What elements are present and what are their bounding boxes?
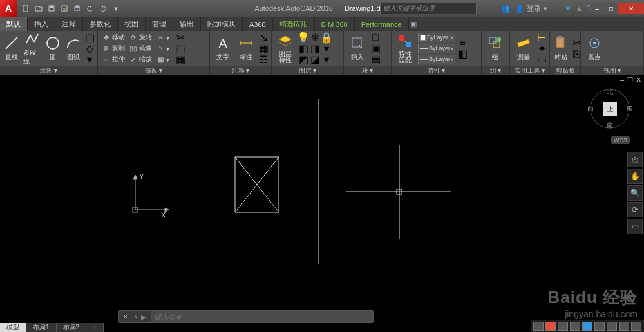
infocenter-icon[interactable]: 👥	[501, 5, 510, 13]
sign-in-button[interactable]: 👤 登录 ▾	[515, 4, 547, 14]
doc-minimize-button[interactable]: –	[620, 76, 624, 84]
exchange-icon[interactable]: ✕	[565, 4, 571, 13]
ribbon-tab-11[interactable]: Performance	[355, 17, 409, 31]
autodesk-360-icon[interactable]: ▲	[575, 4, 583, 13]
nav-wheel-icon[interactable]: ◎	[627, 152, 643, 167]
doc-close-button[interactable]: ✕	[636, 76, 641, 84]
table-icon[interactable]: ▦	[258, 43, 269, 53]
ribbon-tab-1[interactable]: 插入	[28, 17, 55, 31]
match-properties-button[interactable]: 特性 匹配	[394, 32, 416, 64]
draw-extra-icon[interactable]: ▾	[84, 54, 95, 64]
nav-orbit-icon[interactable]: ⟳	[627, 202, 643, 217]
wcs-badge[interactable]: WCS	[611, 136, 630, 144]
basepoint-button[interactable]: 基点	[583, 32, 605, 64]
util-dim-icon[interactable]: ⊢	[536, 32, 547, 42]
panel-modify-title[interactable]: 修改 ▾	[98, 66, 209, 75]
panel-layers-title[interactable]: 图层 ▾	[272, 66, 343, 75]
layer-misc-icon[interactable]: ◪	[310, 54, 320, 64]
util-select-icon[interactable]: ▭	[536, 54, 547, 64]
qat-print-icon[interactable]	[72, 3, 82, 14]
block-edit-icon[interactable]: ▣	[370, 43, 381, 53]
ribbon-tab-8[interactable]: A360	[243, 17, 273, 31]
copy-clip-icon[interactable]: ⎘	[571, 49, 582, 59]
props-list-icon[interactable]: ≡	[457, 38, 468, 48]
mtext-icon[interactable]: ☶	[258, 54, 269, 64]
block-create-icon[interactable]: □	[370, 32, 381, 42]
viewcube-top[interactable]: 上	[603, 102, 617, 116]
group-button[interactable]: 组	[484, 32, 506, 64]
modify-rotate-button[interactable]: ⟳旋转	[128, 32, 153, 42]
linetype-combo[interactable]: ByLayer▾	[418, 55, 455, 64]
ribbon-tab-4[interactable]: 视图	[118, 17, 146, 31]
command-input[interactable]	[151, 311, 373, 322]
ribbon-tab-9[interactable]: 精选应用	[273, 17, 315, 31]
layer-misc-icon[interactable]: ◩	[298, 54, 308, 64]
search-input[interactable]: 键入关键字或短语	[380, 3, 477, 14]
layout-tab-3[interactable]: +	[86, 323, 104, 332]
panel-props-title[interactable]: 特性 ▾	[392, 66, 481, 75]
block-attr-icon[interactable]: ▤	[370, 54, 381, 64]
viewcube-s[interactable]: 南	[607, 121, 613, 130]
layout-tab-1[interactable]: 布局1	[26, 323, 57, 332]
layer-state-icon[interactable]: 💡	[298, 32, 308, 42]
layer-iso-icon[interactable]: ◨	[310, 43, 320, 53]
draw-extra-icon[interactable]: ◇	[84, 43, 95, 53]
layer-properties-button[interactable]: 图层 特性	[274, 32, 296, 64]
measure-button[interactable]: 测量	[513, 32, 535, 64]
status-toggle[interactable]	[558, 322, 568, 331]
text-button[interactable]: A文字	[213, 32, 234, 64]
dimension-button[interactable]: 标注	[236, 32, 257, 64]
layer-freeze-icon[interactable]: ❄	[310, 32, 320, 42]
modify-mirror-button[interactable]: ▯▯镜像	[128, 43, 153, 53]
doc-restore-button[interactable]: ❐	[627, 76, 633, 84]
modify-extra-icon[interactable]: ⬚	[175, 43, 185, 53]
paste-button[interactable]: 粘贴	[553, 32, 569, 64]
ribbon-tab-2[interactable]: 注释	[55, 17, 83, 31]
panel-utils-title[interactable]: 实用工具 ▾	[510, 66, 549, 75]
modify-array-button[interactable]: ▦▾	[155, 54, 171, 64]
lineweight-combo[interactable]: ByLayer▾	[418, 44, 455, 53]
modify-fillet-button[interactable]: ◝▾	[155, 43, 171, 53]
window-minimize-button[interactable]: –	[590, 3, 604, 14]
panel-group-title[interactable]: 组 ▾	[482, 66, 509, 75]
draw-extra-icon[interactable]: ◫	[84, 32, 95, 42]
command-line[interactable]: ✕ › ▸_	[118, 310, 374, 323]
ribbon-minimize-icon[interactable]: ▣	[409, 17, 418, 31]
props-misc-icon[interactable]: ◧	[457, 49, 468, 59]
cmd-close-icon[interactable]: ✕	[119, 313, 131, 321]
modify-extra-icon[interactable]: ✂	[175, 32, 185, 42]
modify-trim-button[interactable]: ✂▾	[155, 32, 171, 42]
window-close-button[interactable]: ✕	[618, 3, 644, 14]
layer-match-icon[interactable]: ▾	[321, 43, 332, 53]
status-toggle[interactable]	[619, 322, 629, 331]
modify-copy-button[interactable]: ⎘复制	[100, 43, 126, 53]
viewcube-n[interactable]: 北	[607, 88, 613, 97]
modify-scale-button[interactable]: ⤢缩放	[128, 54, 153, 64]
util-point-icon[interactable]: ✦	[536, 43, 547, 53]
status-toggle[interactable]	[594, 322, 605, 331]
status-toggle[interactable]	[545, 322, 556, 331]
ribbon-tab-10[interactable]: BIM 360	[315, 17, 355, 31]
qat-saveas-icon[interactable]	[59, 3, 70, 14]
color-combo[interactable]: ByLayer▾	[418, 33, 455, 42]
panel-annotate-title[interactable]: 注释 ▾	[210, 66, 271, 75]
modify-stretch-button[interactable]: ↔拉伸	[100, 54, 126, 64]
qat-dropdown-icon[interactable]: ▾	[111, 3, 121, 14]
nav-zoom-icon[interactable]: 🔍	[627, 185, 643, 201]
status-toggle[interactable]	[582, 322, 592, 331]
qat-new-icon[interactable]	[21, 3, 31, 14]
view-cube[interactable]: 北 南 东 西 上	[587, 86, 632, 131]
cut-icon[interactable]: ✂	[571, 38, 582, 48]
window-maximize-button[interactable]: □	[604, 3, 618, 14]
modify-extra-icon[interactable]: ▦	[175, 54, 185, 64]
qat-redo-icon[interactable]	[98, 3, 108, 14]
qat-open-icon[interactable]	[33, 3, 44, 14]
status-toggle[interactable]	[570, 322, 580, 331]
ribbon-tab-0[interactable]: 默认	[0, 17, 28, 31]
draw-1-button[interactable]: 多段线	[23, 32, 42, 64]
panel-clip-title[interactable]: 剪贴板	[550, 66, 580, 75]
draw-2-button[interactable]: 圆	[44, 32, 62, 64]
panel-block-title[interactable]: 块 ▾	[344, 66, 391, 75]
viewcube-w[interactable]: 西	[587, 104, 594, 113]
viewcube-e[interactable]: 东	[626, 104, 632, 113]
